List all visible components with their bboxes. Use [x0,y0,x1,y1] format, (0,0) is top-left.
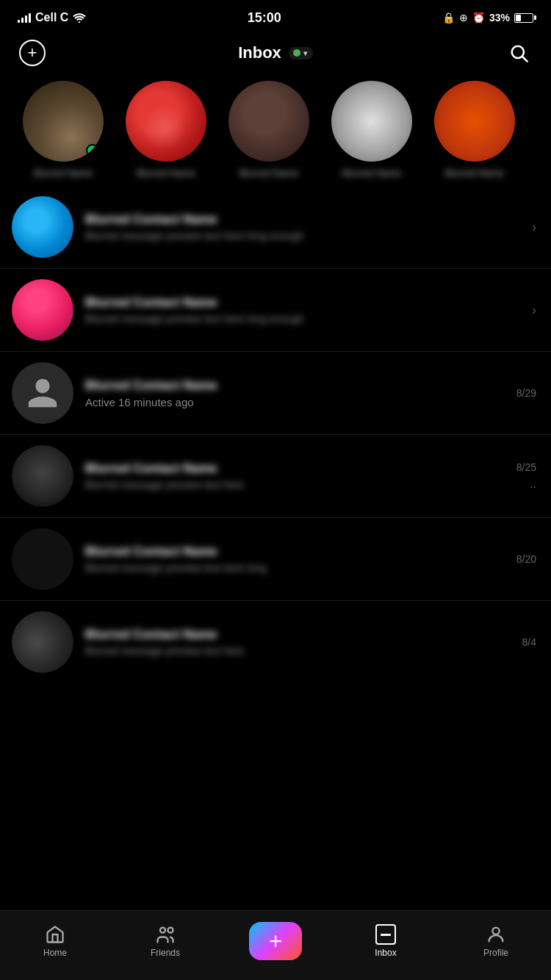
search-icon [508,43,529,63]
story-label: Blurred Name [342,167,401,179]
story-label: Blurred Name [240,167,298,179]
story-label: Blurred Name [445,167,504,179]
avatar [12,362,73,424]
stories-row: Blurred Name Blurred Name Blurred Name B… [0,73,551,186]
story-label: Blurred Name [137,167,195,179]
inbox-box-icon [375,924,396,945]
wifi-icon [73,12,86,23]
compose-button[interactable]: + [18,38,47,68]
message-item[interactable]: Blurred Contact Name Blurred message pre… [0,435,551,518]
message-preview: Blurred message preview text here long e… [85,313,520,325]
page-title: Inbox [238,43,281,62]
message-content: Blurred Contact Name Blurred message pre… [85,295,520,325]
avatar [12,528,73,590]
message-item[interactable]: Blurred Contact Name Blurred message pre… [0,601,551,683]
story-item[interactable]: Blurred Name [12,81,115,179]
story-item[interactable]: Blurred Name [217,81,320,179]
nav-label-home: Home [43,948,67,958]
nav-label-friends: Friends [151,948,180,958]
profile-icon [486,924,506,945]
carrier-label: Cell C [35,11,68,24]
contact-name: Blurred Contact Name [85,378,505,393]
message-list: Blurred Contact Name Blurred message pre… [0,186,551,683]
avatar [12,279,73,341]
alarm-icon: ⏰ [472,12,485,24]
active-status: Active 16 minutes ago [85,396,505,408]
nav-item-profile[interactable]: Profile [441,924,551,958]
nav-item-home[interactable]: Home [0,924,110,958]
nav-item-add[interactable]: + [220,922,331,960]
online-dot [293,49,300,57]
svg-point-0 [79,21,80,23]
svg-point-4 [168,928,173,933]
home-icon [45,924,65,945]
default-avatar-icon [25,375,60,411]
typing-indicator: .. [530,478,536,491]
message-preview: Blurred message preview text here long e… [85,230,520,242]
message-date: 8/25 [516,461,536,473]
message-meta: › [532,220,536,235]
compose-icon: + [19,40,46,66]
contact-name: Blurred Contact Name [85,295,520,310]
message-date: 8/29 [516,387,536,399]
svg-point-5 [492,928,499,934]
message-date: 8/20 [516,553,536,565]
message-content: Blurred Contact Name Blurred message pre… [85,627,511,657]
brightness-icon: 🔒 [442,12,455,24]
message-item[interactable]: Blurred Contact Name Blurred message pre… [0,518,551,601]
header-title-area: Inbox ▾ [238,43,313,62]
message-meta: 8/20 [516,553,536,565]
story-label: Blurred Name [34,167,93,179]
avatar [12,611,73,673]
message-item[interactable]: Blurred Contact Name Blurred message pre… [0,269,551,352]
status-bar: Cell C 15:00 🔒 ⊕ ⏰ 33% [0,0,551,32]
online-indicator [86,144,99,157]
inbox-minus-icon [381,934,391,936]
nav-item-inbox[interactable]: Inbox [331,924,441,958]
message-preview: Blurred message preview text here long [85,562,505,574]
nav-label-profile: Profile [483,948,508,958]
contact-name: Blurred Contact Name [85,461,505,476]
message-content: Blurred Contact Name Blurred message pre… [85,461,505,491]
message-meta: › [532,303,536,318]
story-avatar [434,81,515,162]
friends-icon [155,924,176,945]
status-time: 15:00 [248,10,281,26]
story-avatar [23,81,104,162]
message-date: 8/4 [522,636,536,648]
status-right: 🔒 ⊕ ⏰ 33% [442,12,533,24]
message-item[interactable]: Blurred Contact Name Blurred message pre… [0,186,551,269]
message-meta: 8/25 .. [516,461,536,491]
chevron-down-icon: ▾ [303,49,307,57]
message-content: Blurred Contact Name Blurred message pre… [85,544,505,574]
battery-icon [514,13,533,23]
bottom-nav: Home Friends + Inbox [0,910,551,980]
contact-name: Blurred Contact Name [85,212,520,227]
add-content-button[interactable]: + [249,922,302,960]
svg-line-2 [522,57,527,61]
nav-label-inbox: Inbox [375,948,396,958]
message-meta: 8/4 [522,636,536,648]
story-item[interactable]: Blurred Name [320,81,423,179]
svg-point-3 [160,928,165,933]
status-dropdown[interactable]: ▾ [289,47,313,60]
story-item[interactable]: Blurred Name [115,81,217,179]
message-content: Blurred Contact Name Blurred message pre… [85,212,520,242]
contact-name: Blurred Contact Name [85,544,505,559]
story-avatar [331,81,412,162]
message-item[interactable]: Blurred Contact Name Active 16 minutes a… [0,352,551,435]
plus-icon: + [269,929,283,953]
message-meta: 8/29 [516,387,536,399]
chevron-right-icon: › [532,220,536,235]
contact-name: Blurred Contact Name [85,627,511,642]
location-icon: ⊕ [459,12,468,24]
chevron-right-icon: › [532,303,536,318]
nav-item-friends[interactable]: Friends [110,924,220,958]
avatar [12,196,73,258]
search-button[interactable] [504,38,533,68]
message-preview: Blurred message preview text here [85,645,511,657]
story-item[interactable]: Blurred Name [423,81,526,179]
message-preview: Blurred message preview text here [85,479,505,491]
story-avatar [228,81,309,162]
signal-icon [18,12,31,23]
